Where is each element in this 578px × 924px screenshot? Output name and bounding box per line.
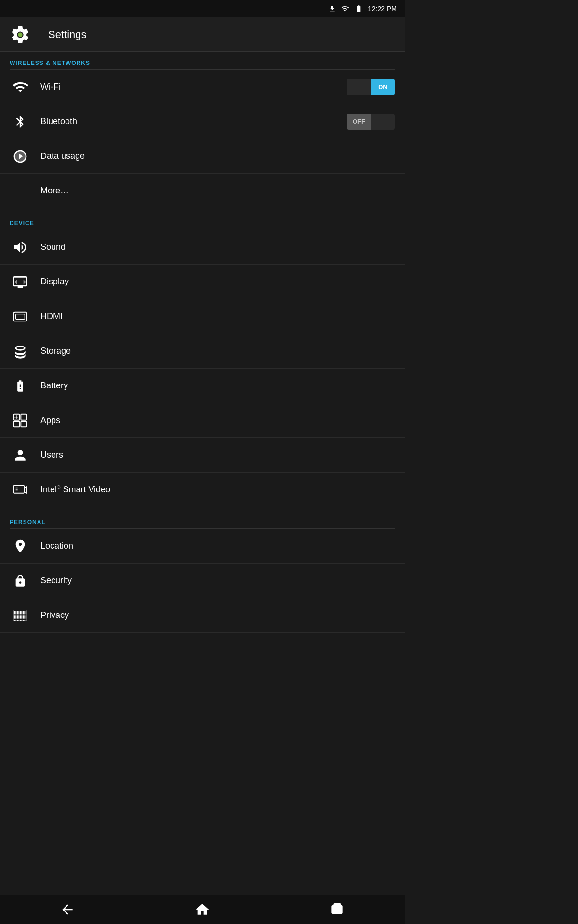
display-label: Display xyxy=(40,277,395,287)
settings-list: WIRELESS & NETWORKS Wi-Fi ON Bluetooth O… xyxy=(0,52,405,645)
wifi-toggle-on-part: ON xyxy=(371,79,395,95)
wifi-toggle[interactable]: ON xyxy=(347,79,395,95)
storage-label: Storage xyxy=(40,346,395,356)
settings-item-bluetooth[interactable]: Bluetooth OFF xyxy=(0,104,405,139)
svg-rect-19 xyxy=(14,610,27,611)
svg-rect-9 xyxy=(14,485,24,493)
wifi-icon xyxy=(10,77,31,98)
bluetooth-toggle-off-part: OFF xyxy=(347,114,371,130)
status-time: 12:22 PM xyxy=(368,5,397,13)
location-icon xyxy=(10,536,31,557)
sound-label: Sound xyxy=(40,242,395,252)
data-usage-label: Data usage xyxy=(40,151,395,161)
intel-icon xyxy=(10,479,31,500)
users-label: Users xyxy=(40,450,395,460)
svg-rect-4 xyxy=(21,414,26,420)
svg-point-13 xyxy=(18,542,22,546)
apps-label: Apps xyxy=(40,415,395,425)
hdmi-icon xyxy=(10,306,31,327)
settings-item-users[interactable]: Users xyxy=(0,438,405,473)
settings-item-wifi[interactable]: Wi-Fi ON xyxy=(0,70,405,104)
svg-rect-5 xyxy=(14,421,20,427)
svg-rect-2 xyxy=(16,314,25,319)
section-wireless-header: WIRELESS & NETWORKS xyxy=(0,52,405,69)
battery-status-icon xyxy=(354,5,364,13)
settings-item-more[interactable]: More… xyxy=(0,174,405,208)
bluetooth-label: Bluetooth xyxy=(40,116,347,127)
wifi-status-icon xyxy=(340,5,350,13)
bluetooth-toggle-on-part xyxy=(371,114,395,130)
download-icon xyxy=(328,5,336,13)
svg-rect-11 xyxy=(16,487,18,488)
section-personal-header: PERSONAL xyxy=(0,511,405,528)
display-icon xyxy=(10,271,31,293)
privacy-label: Privacy xyxy=(40,610,395,620)
settings-item-apps[interactable]: Apps xyxy=(0,403,405,438)
svg-rect-21 xyxy=(14,618,27,620)
svg-rect-6 xyxy=(21,421,26,427)
settings-item-storage[interactable]: Storage xyxy=(0,334,405,369)
apps-icon xyxy=(10,410,31,431)
settings-gear-icon xyxy=(10,24,31,45)
intel-smart-video-label: Intel® Smart Video xyxy=(40,485,395,495)
settings-item-intel-smart-video[interactable]: Intel® Smart Video xyxy=(0,473,405,507)
hdmi-label: HDMI xyxy=(40,311,395,321)
settings-item-location[interactable]: Location xyxy=(0,529,405,564)
storage-icon xyxy=(10,341,31,362)
svg-point-0 xyxy=(18,32,22,37)
settings-item-privacy[interactable]: Privacy xyxy=(0,598,405,633)
status-icons: 12:22 PM xyxy=(328,5,397,13)
settings-item-data-usage[interactable]: Data usage xyxy=(0,139,405,174)
settings-item-battery[interactable]: Battery xyxy=(0,369,405,403)
battery-icon xyxy=(10,375,31,397)
data-usage-icon xyxy=(10,146,31,167)
app-header: Settings xyxy=(0,17,405,52)
status-bar: 12:22 PM xyxy=(0,0,405,17)
svg-rect-12 xyxy=(16,489,18,490)
privacy-icon xyxy=(10,605,31,626)
svg-rect-20 xyxy=(14,614,27,615)
settings-item-security[interactable]: Security xyxy=(0,564,405,598)
settings-item-sound[interactable]: Sound xyxy=(0,230,405,265)
svg-marker-10 xyxy=(24,487,26,493)
more-placeholder-icon xyxy=(10,180,31,202)
more-label: More… xyxy=(40,186,395,196)
wifi-toggle-off-part xyxy=(347,79,371,95)
wifi-label: Wi-Fi xyxy=(40,82,347,92)
settings-item-hdmi[interactable]: HDMI xyxy=(0,299,405,334)
settings-item-display[interactable]: Display xyxy=(0,265,405,299)
security-label: Security xyxy=(40,576,395,586)
bluetooth-toggle[interactable]: OFF xyxy=(347,114,395,130)
gear-icon xyxy=(10,24,31,45)
location-label: Location xyxy=(40,541,395,551)
security-icon xyxy=(10,570,31,591)
sound-icon xyxy=(10,237,31,258)
battery-label: Battery xyxy=(40,381,395,391)
section-device-header: DEVICE xyxy=(0,212,405,230)
page-title: Settings xyxy=(48,28,87,41)
users-icon xyxy=(10,445,31,466)
bluetooth-icon xyxy=(10,111,31,132)
